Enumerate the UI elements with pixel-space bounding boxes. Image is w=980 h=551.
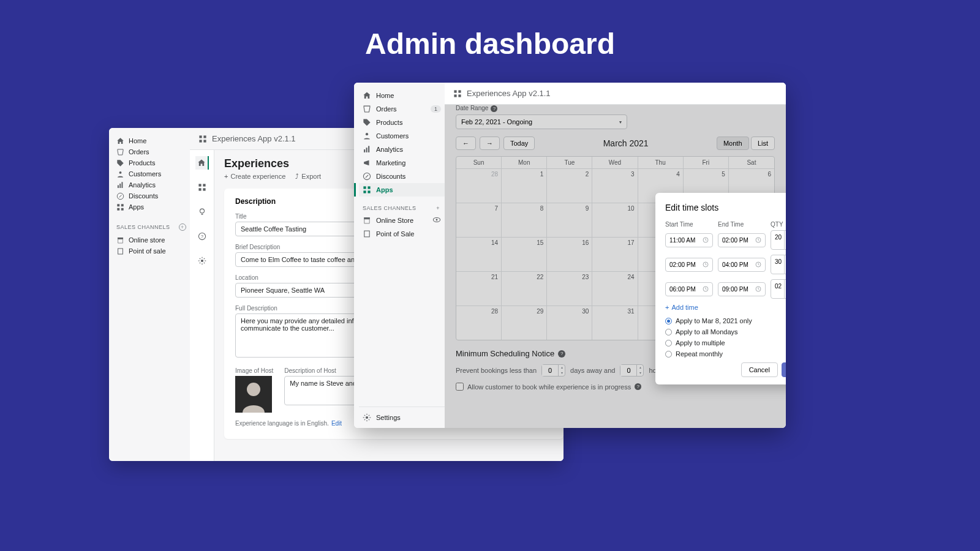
nav-online-store[interactable]: Online store bbox=[114, 234, 190, 246]
end-time-input[interactable]: 09:00 PM bbox=[718, 282, 766, 296]
nav2-online-store[interactable]: Online Store bbox=[359, 214, 445, 227]
apply-option[interactable]: Apply to all Mondays bbox=[665, 328, 786, 335]
svg-rect-12 bbox=[199, 140, 202, 142]
cal-prev-button[interactable]: ← bbox=[456, 137, 476, 150]
nav-home[interactable]: Home bbox=[114, 135, 190, 146]
nav-apps[interactable]: Apps bbox=[114, 201, 190, 212]
dow-header: Mon bbox=[502, 157, 547, 168]
cal-next-button[interactable]: → bbox=[480, 137, 500, 150]
hours-stepper[interactable]: ▴▾ bbox=[620, 364, 644, 377]
qty-input[interactable]: 20▴▾ bbox=[771, 230, 786, 250]
nav2-pos[interactable]: Point of Sale bbox=[359, 227, 445, 241]
calendar-cell[interactable]: 1 bbox=[502, 168, 547, 203]
svg-rect-14 bbox=[198, 184, 201, 186]
svg-point-0 bbox=[119, 171, 122, 173]
calendar-title: March 2021 bbox=[603, 138, 649, 148]
nav2-home[interactable]: Home bbox=[359, 89, 445, 102]
calendar-cell[interactable]: 16 bbox=[547, 237, 592, 271]
svg-point-36 bbox=[366, 416, 368, 419]
calendar-cell[interactable]: 28 bbox=[456, 168, 502, 203]
calendar-cell[interactable]: 30 bbox=[547, 305, 592, 340]
qty-input[interactable]: 30▴▾ bbox=[771, 255, 786, 274]
nav2-settings[interactable]: Settings bbox=[359, 407, 445, 428]
nav-discounts[interactable]: Discounts bbox=[114, 190, 190, 201]
rail-help-icon[interactable]: ? bbox=[195, 230, 209, 243]
allow-checkbox[interactable] bbox=[456, 383, 464, 391]
calendar-cell[interactable]: 14 bbox=[456, 237, 502, 271]
days-stepper[interactable]: ▴▾ bbox=[541, 364, 565, 377]
start-time-input[interactable]: 06:00 PM bbox=[665, 282, 713, 296]
add-channel-icon-2[interactable]: + bbox=[436, 205, 440, 211]
svg-rect-13 bbox=[203, 140, 206, 142]
nav-analytics[interactable]: Analytics bbox=[114, 179, 190, 190]
create-experience-button[interactable]: + Create experience bbox=[224, 173, 285, 180]
nav-products[interactable]: Products bbox=[114, 157, 190, 168]
calendar-cell[interactable]: 3 bbox=[592, 168, 638, 203]
nav2-discounts[interactable]: Discounts bbox=[359, 170, 445, 183]
svg-rect-37 bbox=[454, 90, 456, 92]
cancel-button[interactable]: Cancel bbox=[741, 362, 778, 377]
date-range-select[interactable]: Feb 22, 2021 - Ongoing▾ bbox=[456, 114, 627, 129]
calendar-cell[interactable]: 10 bbox=[592, 203, 638, 237]
help-icon-3[interactable]: ? bbox=[635, 383, 641, 390]
nav2-customers[interactable]: Customers bbox=[359, 129, 445, 143]
svg-rect-9 bbox=[118, 248, 123, 253]
start-time-input[interactable]: 02:00 PM bbox=[665, 258, 713, 272]
add-time-button[interactable]: + Add time bbox=[665, 304, 786, 311]
calendar-cell[interactable]: 31 bbox=[592, 305, 638, 340]
calendar-cell[interactable]: 24 bbox=[592, 271, 638, 305]
calendar-cell[interactable]: 29 bbox=[502, 305, 547, 340]
calendar-cell[interactable]: 8 bbox=[502, 203, 547, 237]
nav2-apps[interactable]: Apps bbox=[359, 183, 445, 197]
nav-pos[interactable]: Point of sale bbox=[114, 246, 190, 257]
calendar-cell[interactable]: 9 bbox=[547, 203, 592, 237]
svg-point-18 bbox=[200, 209, 204, 213]
rail-idea-icon[interactable] bbox=[195, 205, 209, 219]
nav-orders[interactable]: Orders bbox=[114, 146, 190, 157]
timeslot-row: 11:00 AM02:00 PM20▴▾✕ bbox=[665, 230, 786, 250]
calendar-cell[interactable]: 28 bbox=[456, 305, 502, 340]
modal-title: Edit time slots bbox=[665, 203, 786, 212]
help-icon-2[interactable]: ? bbox=[558, 350, 565, 358]
view-list-button[interactable]: List bbox=[751, 137, 775, 150]
timeslot-row: 02:00 PM04:00 PM30▴▾✕ bbox=[665, 255, 786, 274]
calendar-cell[interactable]: 2 bbox=[547, 168, 592, 203]
dow-header: Fri bbox=[684, 157, 729, 168]
qty-input[interactable]: 02▴▾ bbox=[771, 279, 786, 299]
calendar-cell[interactable]: 23 bbox=[547, 271, 592, 305]
dow-header: Wed bbox=[592, 157, 638, 168]
calendar-cell[interactable]: 7 bbox=[456, 203, 502, 237]
svg-rect-8 bbox=[121, 208, 124, 210]
calendar-cell[interactable]: 21 bbox=[456, 271, 502, 305]
rail-grid-icon[interactable] bbox=[195, 181, 209, 194]
apply-option[interactable]: Apply to multiple bbox=[665, 339, 786, 347]
help-icon[interactable]: ? bbox=[491, 105, 497, 112]
view-month-button[interactable]: Month bbox=[717, 137, 749, 150]
rail-home-icon[interactable] bbox=[195, 156, 209, 170]
end-time-input[interactable]: 02:00 PM bbox=[718, 233, 766, 247]
nav2-marketing[interactable]: Marketing bbox=[359, 156, 445, 170]
nav2-products[interactable]: Products bbox=[359, 116, 445, 129]
rail-settings-icon[interactable] bbox=[195, 254, 209, 268]
add-channel-icon[interactable]: + bbox=[179, 223, 186, 231]
svg-rect-31 bbox=[363, 190, 366, 193]
nav2-analytics[interactable]: Analytics bbox=[359, 143, 445, 156]
calendar-cell[interactable]: 15 bbox=[502, 237, 547, 271]
dow-header: Thu bbox=[638, 157, 684, 168]
apply-option[interactable]: Apply to Mar 8, 2021 only bbox=[665, 317, 786, 324]
svg-rect-16 bbox=[198, 188, 201, 190]
start-time-input[interactable]: 11:00 AM bbox=[665, 233, 713, 247]
nav-pos-label: Point of sale bbox=[129, 247, 166, 255]
save-button[interactable]: Save bbox=[782, 362, 786, 377]
eye-icon[interactable] bbox=[432, 216, 441, 225]
edit-language-link[interactable]: Edit bbox=[331, 420, 342, 427]
apply-option[interactable]: Repeat monthly bbox=[665, 350, 786, 358]
nav-customers[interactable]: Customers bbox=[114, 168, 190, 179]
nav2-orders[interactable]: Orders1 bbox=[359, 102, 445, 116]
cal-today-button[interactable]: Today bbox=[503, 137, 535, 150]
export-button[interactable]: ⤴ Export bbox=[295, 173, 321, 180]
calendar-cell[interactable]: 22 bbox=[502, 271, 547, 305]
host-image[interactable] bbox=[235, 376, 272, 413]
end-time-input[interactable]: 04:00 PM bbox=[718, 258, 766, 272]
calendar-cell[interactable]: 17 bbox=[592, 237, 638, 271]
